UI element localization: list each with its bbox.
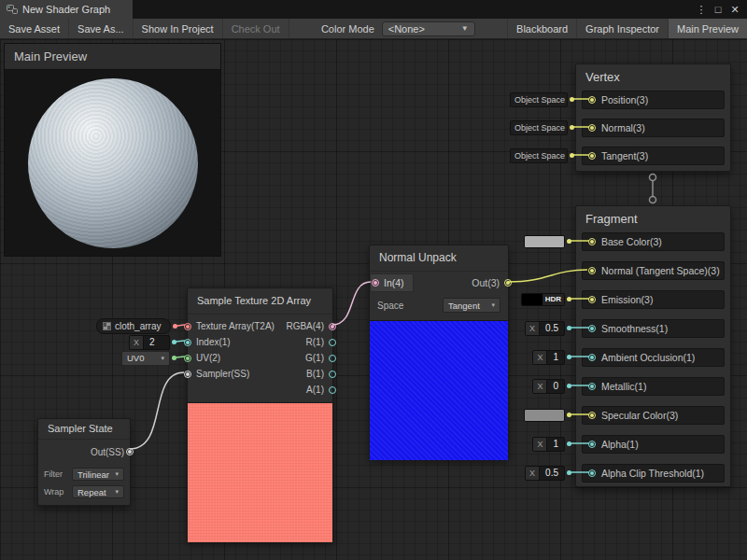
check-out-button[interactable]: Check Out — [223, 19, 289, 38]
show-in-project-button[interactable]: Show In Project — [134, 19, 223, 38]
tab-title: New Shader Graph — [22, 4, 110, 15]
cloth-array-pill[interactable]: cloth_array — [96, 318, 171, 334]
fragment-node[interactable]: Fragment Base Color(3) Normal (Tangent S… — [575, 205, 731, 487]
metallic-port[interactable] — [588, 383, 596, 390]
emission-color-field[interactable]: HDR — [521, 293, 565, 306]
maximize-icon[interactable]: □ — [710, 4, 726, 15]
in-port[interactable] — [372, 279, 379, 287]
normal-unpack-title: Normal Unpack — [370, 245, 508, 272]
fragment-row-normal: Normal (Tangent Space)(3) — [582, 261, 725, 280]
blackboard-button[interactable]: Blackboard — [507, 19, 576, 38]
texture-icon — [103, 322, 111, 330]
toolbar: Save Asset Save As... Show In Project Ch… — [0, 19, 747, 39]
port-label: Smoothness(1) — [601, 323, 668, 334]
normal-tangent-space-port[interactable] — [588, 267, 596, 274]
edge-rgba-to-in[interactable] — [332, 282, 371, 325]
port-label: Ambient Occlusion(1) — [601, 352, 695, 363]
out-ss-port[interactable] — [126, 448, 134, 455]
vertex-row-normal: Normal(3) — [582, 119, 725, 137]
alpha-clip-field[interactable]: X 0.5 — [525, 466, 565, 481]
alpha-clip-widget: X 0.5 — [525, 465, 571, 481]
ambient-occlusion-port[interactable] — [588, 354, 596, 361]
property-name: cloth_array — [115, 321, 161, 331]
smoothness-port[interactable] — [588, 325, 596, 332]
uv-channel-dropdown[interactable]: UV0 ▾ — [121, 351, 170, 366]
normal-input-port[interactable] — [588, 124, 596, 132]
fragment-row-alpha-clip: Alpha Clip Threshold(1) — [582, 464, 725, 483]
smoothness-widget: X 0.5 — [525, 320, 571, 336]
ambient-occlusion-field[interactable]: X 1 — [532, 350, 565, 365]
port-label: Alpha Clip Threshold(1) — [601, 468, 704, 479]
save-as-button[interactable]: Save As... — [69, 19, 134, 38]
vertex-row-tangent: Tangent(3) — [582, 147, 725, 165]
title-bar: New Shader Graph ⋮ □ ✕ — [0, 0, 747, 19]
fragment-row-alpha: Alpha(1) — [582, 435, 725, 454]
space-dropdown[interactable]: Tangent ▾ — [443, 298, 500, 313]
edge-samplerstate-to-sampler[interactable] — [130, 372, 184, 449]
output-row-rgba: RGBA(4) — [188, 318, 332, 334]
main-preview-panel: Main Preview — [4, 43, 221, 257]
alpha-clip-threshold-port[interactable] — [588, 469, 596, 477]
axis-label: X — [526, 322, 540, 335]
normal-unpack-node[interactable]: Normal Unpack In(4) Out(3) Space Tangent… — [369, 245, 509, 459]
graph-canvas[interactable]: Main Preview Vertex Position(3) Normal(3… — [0, 39, 747, 560]
sampler-state-node[interactable]: Sampler State Out(SS) Filter Trilinear ▾… — [37, 418, 131, 506]
position-input-port[interactable] — [588, 96, 596, 104]
field-value: 0 — [547, 380, 564, 393]
output-row-a: A(1) — [188, 382, 332, 398]
axis-label: X — [130, 336, 144, 349]
emission-widget: HDR — [521, 291, 571, 307]
tab-new-shader-graph[interactable]: New Shader Graph — [0, 0, 133, 19]
space-value: Object Space — [514, 151, 565, 161]
main-preview-panel-header[interactable]: Main Preview — [5, 44, 220, 70]
specular-color-port[interactable] — [588, 412, 596, 419]
smoothness-field[interactable]: X 0.5 — [525, 321, 565, 336]
metallic-field[interactable]: X 0 — [532, 379, 565, 394]
normal-space-dropdown[interactable]: Object Space — [510, 120, 568, 135]
emission-swatch — [522, 294, 543, 305]
rgba-output-port[interactable] — [329, 323, 336, 330]
port-label: B(1) — [306, 369, 324, 379]
widget-port-dot — [567, 239, 571, 244]
port-label: Out(SS) — [91, 447, 124, 457]
ambient-occlusion-widget: X 1 — [532, 349, 571, 365]
save-asset-button[interactable]: Save Asset — [0, 19, 69, 38]
graph-inspector-button[interactable]: Graph Inspector — [576, 19, 668, 38]
tangent-input-port[interactable] — [588, 152, 596, 160]
normal-space-widget: Object Space — [510, 119, 574, 135]
index-field[interactable]: X 2 — [129, 335, 170, 350]
preview-sphere[interactable] — [28, 78, 198, 248]
close-icon[interactable]: ✕ — [726, 4, 743, 16]
base-color-port[interactable] — [588, 238, 596, 245]
axis-label: X — [533, 380, 547, 393]
filter-dropdown[interactable]: Trilinear ▾ — [72, 468, 124, 481]
base-color-widget — [524, 233, 571, 249]
widget-port-dot — [570, 153, 574, 158]
specular-color-swatch[interactable] — [524, 409, 565, 422]
wrap-dropdown[interactable]: Repeat ▾ — [72, 485, 124, 498]
output-row-r: R(1) — [188, 334, 332, 350]
position-space-widget: Object Space — [510, 91, 574, 107]
specular-color-widget — [524, 407, 571, 423]
out-port[interactable] — [504, 279, 512, 287]
dropdown-value: Repeat — [78, 487, 106, 497]
widget-port-dot — [570, 125, 574, 130]
vertex-node-title: Vertex — [576, 64, 730, 91]
a-output-port[interactable] — [329, 386, 336, 394]
sample-texture-2d-array-node[interactable]: Sample Texture 2D Array Texture Array(T2… — [187, 287, 333, 541]
g-output-port[interactable] — [329, 355, 336, 362]
position-space-dropdown[interactable]: Object Space — [510, 92, 568, 107]
emission-port[interactable] — [588, 296, 596, 303]
b-output-port[interactable] — [329, 371, 336, 378]
menu-icon[interactable]: ⋮ — [693, 4, 710, 16]
main-preview-button[interactable]: Main Preview — [668, 19, 747, 38]
r-output-port[interactable] — [329, 339, 336, 346]
alpha-field[interactable]: X 1 — [532, 437, 565, 452]
vertex-node[interactable]: Vertex Position(3) Normal(3) Tangent(3) — [575, 63, 731, 172]
tangent-space-dropdown[interactable]: Object Space — [510, 148, 568, 163]
color-mode-dropdown[interactable]: <None> ▼ — [382, 21, 475, 36]
field-value: 0.5 — [540, 467, 564, 480]
alpha-port[interactable] — [588, 441, 596, 448]
base-color-swatch[interactable] — [524, 235, 565, 248]
in-slot: In(4) — [370, 273, 414, 292]
